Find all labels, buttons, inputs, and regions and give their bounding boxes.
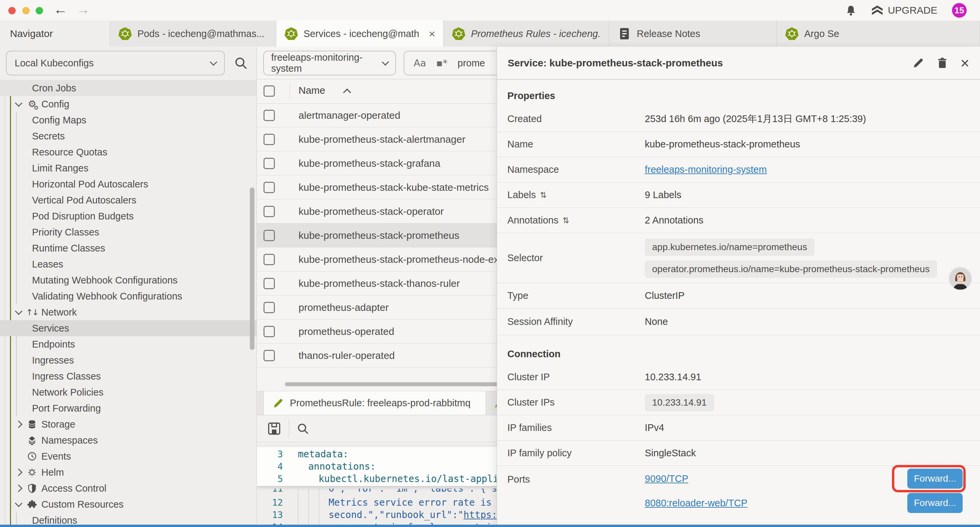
zoom-window-button[interactable] [36,7,43,14]
sidebar-item-vertical-pod-autoscalers[interactable]: Vertical Pod Autoscalers [0,192,256,208]
editor-search-icon[interactable] [296,422,310,435]
forward-button[interactable]: Forward... [907,469,963,489]
sidebar-item-runtime-classes[interactable]: Runtime Classes [0,240,256,256]
sidebar-item-label: Endpoints [32,339,75,350]
forward-button[interactable]: Forward... [907,493,963,513]
sidebar-item-endpoints[interactable]: Endpoints [0,336,256,352]
port-link[interactable]: 9090/TCP [645,473,689,484]
row-checkbox[interactable] [264,350,275,361]
row-checkbox[interactable] [264,134,275,145]
sidebar-item-config[interactable]: ⚙⚙Config [0,96,256,112]
sidebar-item-mutating-webhook-configurations[interactable]: Mutating Webhook Configurations [0,272,256,288]
service-name: kube-prometheus-stack-operator [299,206,444,217]
kubeconfig-selector[interactable]: Local Kubeconfigs [6,51,225,75]
row-checkbox[interactable] [264,254,275,265]
section-heading-connection: Connection [497,343,980,365]
delete-trash-icon[interactable] [936,57,948,69]
row-checkbox[interactable] [264,302,275,313]
match-case-toggle[interactable]: Aa [414,57,426,69]
sidebar-item-priority-classes[interactable]: Priority Classes [0,224,256,240]
edit-pencil-icon[interactable] [912,57,924,69]
tab-close-icon[interactable]: × [424,27,435,40]
sidebar-item-access-control[interactable]: Access Control [0,480,256,496]
sidebar-item-resource-quotas[interactable]: Resource Quotas [0,144,256,160]
tab-prometheus-rules-icecheng[interactable]: Prometheus Rules - icecheng... [444,21,609,47]
row-checkbox[interactable] [264,158,275,169]
upgrade-chevrons-icon [871,5,883,16]
chevron-right-icon[interactable] [13,466,25,478]
layers-icon [26,434,38,446]
port-row-8080-reloader-web-tcp: 8080:reloader-web/TCPForward... [645,493,963,513]
chevron-right-icon[interactable] [13,418,25,430]
minimize-window-button[interactable] [22,7,30,14]
notifications-bell-icon[interactable] [845,5,857,16]
notification-count-badge[interactable]: 15 [952,3,967,18]
chevron-down-icon [210,58,218,66]
chevron-placeholder [13,450,25,462]
sidebar-item-config-maps[interactable]: Config Maps [0,112,256,128]
chevron-down-icon[interactable] [13,306,25,318]
namespace-filter-dropdown[interactable]: freeleaps-monitoring-system [263,51,396,75]
editor-tab-prometheusrule[interactable]: PrometheusRule: freeleaps-prod-rabbitmq [264,391,486,415]
puzzle-icon [26,498,38,510]
row-checkbox[interactable] [264,230,275,241]
sidebar-item-leases[interactable]: Leases [0,256,256,272]
port-link[interactable]: 8080:reloader-web/TCP [645,498,748,509]
sidebar-item-horizontal-pod-autoscalers[interactable]: Horizontal Pod Autoscalers [0,176,256,192]
service-name: prometheus-adapter [299,302,388,313]
sort-updown-icon[interactable]: ⇅ [562,216,569,225]
sort-updown-icon[interactable]: ⇅ [540,191,546,200]
sidebar-item-port-forwarding[interactable]: Port Forwarding [0,400,256,416]
namespace-link[interactable]: freeleaps-monitoring-system [645,164,767,175]
kubeconfig-selector-value: Local Kubeconfigs [15,58,94,69]
user-avatar[interactable] [947,266,973,291]
sidebar-item-events[interactable]: Events [0,448,256,464]
row-checkbox[interactable] [264,278,275,289]
sidebar-item-pod-disruption-budgets[interactable]: Pod Disruption Budgets [0,208,256,224]
detail-label: Session Affinity [508,316,645,327]
navigator-pane-tab[interactable]: Navigator [0,21,110,47]
regex-toggle[interactable]: ▪* [436,57,448,69]
kubernetes-icon [785,27,799,41]
row-checkbox[interactable] [264,110,275,121]
sidebar-item-cron-jobs[interactable]: Cron Jobs [0,80,256,96]
save-icon[interactable] [267,421,282,436]
close-icon[interactable]: × [960,56,969,71]
sidebar-item-label: Cron Jobs [32,83,76,94]
sidebar-scrollbar[interactable] [250,188,255,350]
sidebar-item-secrets[interactable]: Secrets [0,128,256,144]
sidebar-item-storage[interactable]: Storage [0,416,256,432]
sidebar-item-ingresses[interactable]: Ingresses [0,352,256,368]
back-arrow-icon[interactable]: ← [53,2,67,18]
sidebar-item-limit-ranges[interactable]: Limit Ranges [0,160,256,176]
forward-arrow-icon[interactable]: → [76,2,90,18]
tab-release-notes[interactable]: Release Notes [609,21,777,47]
chevron-down-icon[interactable] [13,98,25,110]
table-horizontal-scrollbar[interactable] [285,382,500,386]
row-checkbox[interactable] [264,326,275,337]
chevron-down-icon[interactable] [13,498,25,510]
sidebar-item-services[interactable]: Services [0,320,256,336]
name-column-header[interactable]: Name [299,85,325,96]
close-window-button[interactable] [8,7,16,14]
sidebar-item-custom-resources[interactable]: Custom Resources [0,496,256,512]
tab-argo-se[interactable]: Argo Se [777,21,980,47]
sidebar-item-network-policies[interactable]: Network Policies [0,384,256,400]
sidebar-item-label: Ingress Classes [32,371,101,382]
sidebar-item-helm[interactable]: Helm [0,464,256,480]
window-bottom-accent-bar [0,525,980,527]
sidebar-item-namespaces[interactable]: Namespaces [0,432,256,448]
tab-pods-icecheng-mathmas[interactable]: Pods - icecheng@mathmas... [110,21,276,47]
sidebar-search-icon[interactable] [234,56,248,70]
sidebar-item-definitions[interactable]: Definitions [0,512,256,525]
sort-ascending-icon[interactable] [343,88,351,96]
upgrade-button[interactable]: UPGRADE [871,5,937,16]
sidebar-item-network[interactable]: ↑↓Network [0,304,256,320]
row-checkbox[interactable] [264,182,275,193]
chevron-right-icon[interactable] [13,482,25,494]
sidebar-item-ingress-classes[interactable]: Ingress Classes [0,368,256,384]
sidebar-item-validating-webhook-configurations[interactable]: Validating Webhook Configurations [0,288,256,304]
row-checkbox[interactable] [264,206,275,217]
select-all-checkbox[interactable] [264,85,275,97]
tab-services-icecheng-math[interactable]: Services - icecheng@math...× [276,21,444,47]
